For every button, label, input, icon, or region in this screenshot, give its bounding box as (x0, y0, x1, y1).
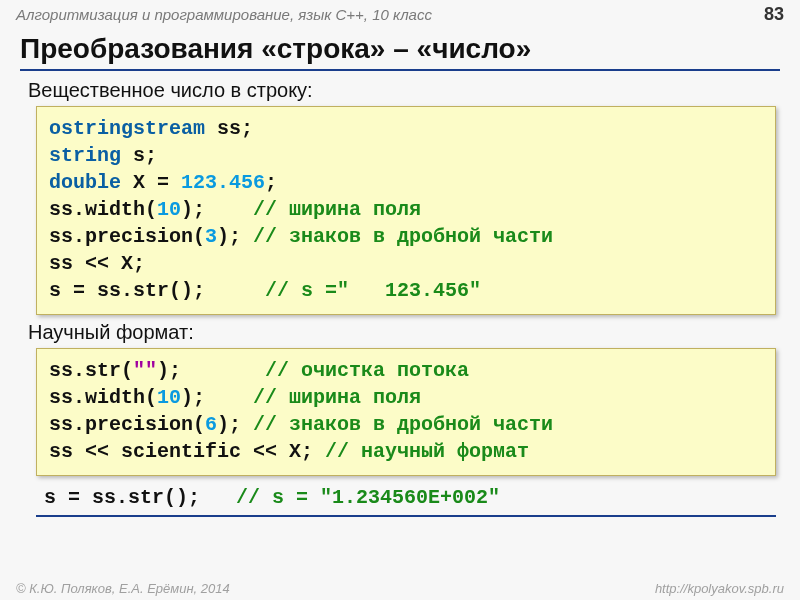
slide-header: Алгоритмизация и программирование, язык … (0, 0, 800, 27)
code-token: ss << scientific << X; (49, 440, 325, 463)
code-token: ss << X; (49, 252, 145, 275)
code-token: ss; (205, 117, 253, 140)
code-token: ); (157, 359, 265, 382)
code-token: ss.precision( (49, 413, 205, 436)
result-line: s = ss.str(); // s = "1.234560E+002" (36, 482, 776, 517)
section1-heading: Вещественное число в строку: (28, 79, 776, 102)
course-name: Алгоритмизация и программирование, язык … (16, 6, 432, 23)
code-comment: // ширина поля (253, 386, 421, 409)
code-token: 10 (157, 198, 181, 221)
code-token: ); (181, 198, 253, 221)
code-token: ss.str( (49, 359, 133, 382)
code-token: s = ss.str(); (44, 486, 236, 509)
code-token: s = ss.str(); (49, 279, 265, 302)
code-block-1: ostringstream ss; string s; double X = 1… (36, 106, 776, 315)
code-token: "" (133, 359, 157, 382)
code-comment: // ширина поля (253, 198, 421, 221)
code-block-2: ss.str(""); // очистка потока ss.width(1… (36, 348, 776, 476)
slide-title: Преобразования «строка» – «число» (20, 33, 780, 71)
code-token: string (49, 144, 121, 167)
code-token: ); (217, 413, 253, 436)
code-token: ss.width( (49, 198, 157, 221)
footer-url: http://kpolyakov.spb.ru (655, 581, 784, 596)
code-comment: // s = "1.234560E+002" (236, 486, 500, 509)
code-token: double (49, 171, 121, 194)
code-token: ); (181, 386, 253, 409)
code-comment: // научный формат (325, 440, 529, 463)
code-token: ss.width( (49, 386, 157, 409)
code-comment: // знаков в дробной части (253, 413, 553, 436)
code-token: ); (217, 225, 253, 248)
section2-heading: Научный формат: (28, 321, 776, 344)
slide-footer: © К.Ю. Поляков, Е.А. Ерёмин, 2014 http:/… (16, 581, 784, 596)
code-token: 123.456 (181, 171, 265, 194)
code-token: ss.precision( (49, 225, 205, 248)
code-token: ostringstream (49, 117, 205, 140)
code-token: s; (121, 144, 157, 167)
page-number: 83 (764, 4, 784, 25)
code-token: 6 (205, 413, 217, 436)
code-comment: // s =" 123.456" (265, 279, 481, 302)
code-comment: // знаков в дробной части (253, 225, 553, 248)
code-token: ; (265, 171, 277, 194)
copyright: © К.Ю. Поляков, Е.А. Ерёмин, 2014 (16, 581, 230, 596)
code-comment: // очистка потока (265, 359, 469, 382)
code-token: 3 (205, 225, 217, 248)
code-token: X = (121, 171, 181, 194)
code-token: 10 (157, 386, 181, 409)
